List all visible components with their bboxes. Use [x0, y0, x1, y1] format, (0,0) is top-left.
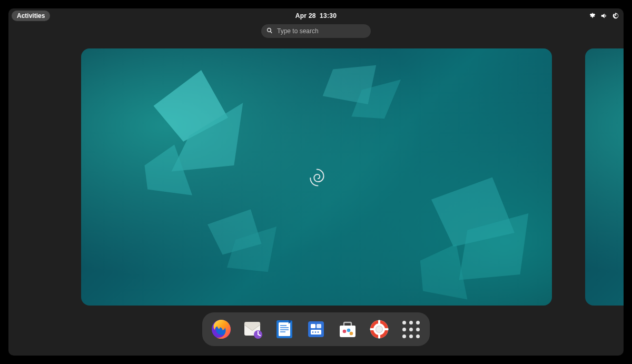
- files-icon: [305, 319, 327, 340]
- app-evolution[interactable]: [241, 318, 264, 341]
- power-icon: [612, 12, 619, 19]
- app-files[interactable]: [304, 318, 328, 341]
- svg-rect-22: [280, 331, 285, 332]
- debian-swirl-icon: [305, 165, 328, 189]
- volume-icon: [600, 12, 608, 19]
- svg-point-31: [347, 329, 351, 332]
- svg-rect-37: [384, 328, 389, 330]
- document-icon: [274, 319, 295, 340]
- svg-rect-19: [280, 325, 287, 326]
- workspace-thumbnail-1[interactable]: [81, 48, 552, 306]
- dash: [202, 312, 430, 346]
- svg-point-27: [312, 331, 314, 333]
- search-input[interactable]: [277, 27, 366, 35]
- svg-point-29: [318, 331, 319, 333]
- svg-point-32: [350, 332, 353, 336]
- svg-rect-23: [308, 321, 324, 337]
- svg-rect-25: [317, 324, 321, 328]
- apps-grid-icon: [400, 319, 421, 340]
- wallpaper: [81, 48, 552, 306]
- svg-rect-35: [378, 334, 380, 339]
- show-applications-button[interactable]: [399, 318, 422, 341]
- search-icon: [266, 26, 273, 36]
- svg-marker-8: [420, 244, 468, 299]
- clock-time: 13:30: [320, 12, 337, 19]
- clock-date: Apr 28: [295, 12, 316, 19]
- decoration: [270, 59, 458, 162]
- svg-point-30: [343, 330, 347, 333]
- clock-button[interactable]: Apr 28 13:30: [295, 12, 337, 19]
- system-menu[interactable]: [589, 12, 619, 19]
- svg-rect-21: [280, 329, 289, 330]
- app-firefox[interactable]: [210, 318, 233, 341]
- top-bar: Activities Apr 28 13:30: [8, 8, 624, 23]
- app-libreoffice-writer[interactable]: [273, 318, 296, 341]
- app-software[interactable]: [336, 318, 359, 341]
- svg-rect-24: [311, 324, 315, 328]
- decoration: [585, 141, 624, 306]
- svg-point-28: [315, 331, 317, 333]
- svg-rect-20: [280, 327, 289, 328]
- search-box[interactable]: [261, 24, 371, 38]
- workspace-thumbnail-2[interactable]: [585, 48, 624, 306]
- activities-overview: Activities Apr 28 13:30: [8, 8, 624, 356]
- mail-icon: [242, 319, 263, 340]
- app-help[interactable]: [368, 318, 391, 341]
- activities-button[interactable]: Activities: [12, 11, 50, 21]
- svg-rect-36: [370, 328, 375, 330]
- wallpaper: [585, 48, 624, 306]
- decoration: [382, 172, 552, 306]
- firefox-icon: [211, 319, 232, 340]
- decoration: [166, 203, 335, 306]
- help-icon: [369, 319, 390, 340]
- svg-rect-34: [378, 320, 380, 325]
- svg-point-0: [592, 15, 594, 16]
- network-icon: [589, 12, 596, 19]
- software-icon: [337, 319, 358, 340]
